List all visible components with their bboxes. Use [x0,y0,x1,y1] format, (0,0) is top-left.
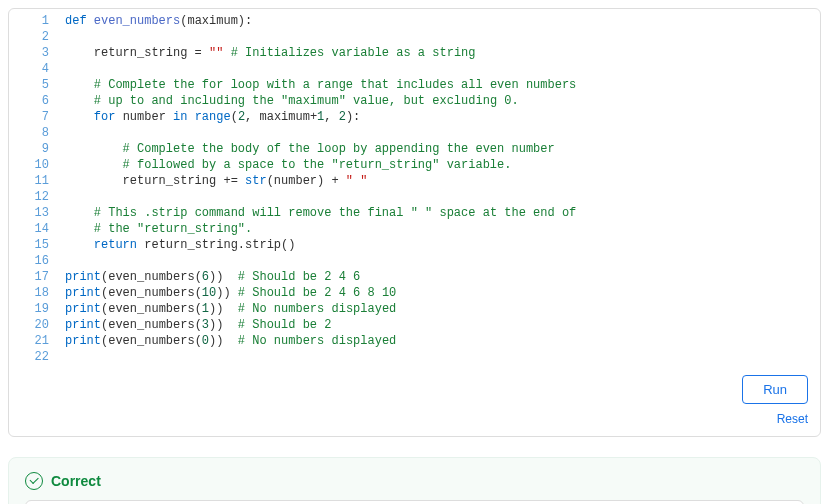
token-num: 10 [202,286,216,300]
token-cm: # Should be 2 4 6 8 10 [238,286,396,300]
code-line[interactable]: return_string += str(number) + " " [65,173,820,189]
code-line[interactable]: return_string = "" # Initializes variabl… [65,45,820,61]
token-pn: (even_numbers( [101,334,202,348]
code-line[interactable] [65,349,820,365]
token-cm: # the "return_string". [94,222,252,236]
token-pn [65,222,94,236]
line-number: 20 [9,317,49,333]
token-bi: print [65,334,101,348]
code-line[interactable]: # This .strip command will remove the fi… [65,205,820,221]
line-number: 10 [9,157,49,173]
code-line[interactable]: print(even_numbers(10)) # Should be 2 4 … [65,285,820,301]
token-kw: for [94,110,123,124]
token-pn: )) [216,286,238,300]
token-pn: (even_numbers( [101,286,202,300]
code-line[interactable]: print(even_numbers(3)) # Should be 2 [65,317,820,333]
token-bi: range [195,110,231,124]
token-str: " " [346,174,368,188]
result-panel: Correct Correct [8,457,821,504]
token-pn: return_string = [65,46,209,60]
token-pn [65,94,94,108]
line-number: 12 [9,189,49,205]
token-fndef: even_numbers [94,14,180,28]
token-cm: # followed by a space to the "return_str… [123,158,512,172]
token-pn: , maximum+ [245,110,317,124]
token-cm: # This .strip command will remove the fi… [94,206,576,220]
token-num: 3 [202,318,209,332]
code-editor: 12345678910111213141516171819202122 def … [8,8,821,437]
run-button[interactable]: Run [742,375,808,404]
line-number: 5 [9,77,49,93]
line-number: 15 [9,237,49,253]
code-area[interactable]: 12345678910111213141516171819202122 def … [9,9,820,369]
line-number: 1 [9,13,49,29]
code-line[interactable]: print(even_numbers(1)) # No numbers disp… [65,301,820,317]
line-number: 22 [9,349,49,365]
token-pn: (number) + [267,174,346,188]
line-number: 9 [9,141,49,157]
code-line[interactable] [65,253,820,269]
code-line[interactable]: print(even_numbers(0)) # No numbers disp… [65,333,820,349]
line-number: 14 [9,221,49,237]
code-line[interactable] [65,125,820,141]
token-cm: # Should be 2 [238,318,332,332]
line-number: 6 [9,93,49,109]
token-pn: ( [231,110,238,124]
token-pn: )) [209,318,238,332]
token-pn: )) [209,334,238,348]
line-number: 16 [9,253,49,269]
token-pn: )) [209,270,238,284]
token-pn: (maximum): [180,14,252,28]
line-number: 4 [9,61,49,77]
token-num: 6 [202,270,209,284]
code-line[interactable] [65,29,820,45]
line-number: 17 [9,269,49,285]
code-line[interactable] [65,189,820,205]
token-num: 0 [202,334,209,348]
line-number: 21 [9,333,49,349]
token-cm: # No numbers displayed [238,334,396,348]
result-header: Correct [25,472,804,490]
token-num: 2 [339,110,346,124]
check-circle-icon [25,472,43,490]
token-pn [65,110,94,124]
line-number: 3 [9,45,49,61]
editor-footer: Run Reset [9,369,820,436]
token-cm: # up to and including the "maximum" valu… [94,94,519,108]
line-number: 18 [9,285,49,301]
token-pn: return_string.strip() [144,238,295,252]
token-bi: print [65,270,101,284]
token-num: 1 [202,302,209,316]
token-pn [65,142,123,156]
code-line[interactable]: # Complete the body of the loop by appen… [65,141,820,157]
token-kw: def [65,14,94,28]
token-cm: # Complete the for loop with a range tha… [94,78,576,92]
token-pn: )) [209,302,238,316]
code-line[interactable]: return return_string.strip() [65,237,820,253]
token-cm: # Complete the body of the loop by appen… [123,142,555,156]
code-line[interactable]: # followed by a space to the "return_str… [65,157,820,173]
code-line[interactable]: # Complete the for loop with a range tha… [65,77,820,93]
code-line[interactable]: def even_numbers(maximum): [65,13,820,29]
line-number: 2 [9,29,49,45]
token-cm: # No numbers displayed [238,302,396,316]
token-kw: return [94,238,144,252]
token-pn: (even_numbers( [101,302,202,316]
code-line[interactable]: print(even_numbers(6)) # Should be 2 4 6 [65,269,820,285]
token-pn: , [324,110,338,124]
code-line[interactable]: for number in range(2, maximum+1, 2): [65,109,820,125]
token-bi: print [65,286,101,300]
token-bi: print [65,302,101,316]
code-line[interactable]: # up to and including the "maximum" valu… [65,93,820,109]
code-line[interactable] [65,61,820,77]
token-pn: (even_numbers( [101,318,202,332]
line-number-gutter: 12345678910111213141516171819202122 [9,13,65,365]
code-line[interactable]: # the "return_string". [65,221,820,237]
token-num: 2 [238,110,245,124]
result-status: Correct [51,473,101,489]
line-number: 11 [9,173,49,189]
code-lines[interactable]: def even_numbers(maximum): return_string… [65,13,820,365]
token-pn [65,238,94,252]
token-bi: str [245,174,267,188]
reset-link[interactable]: Reset [777,412,808,426]
